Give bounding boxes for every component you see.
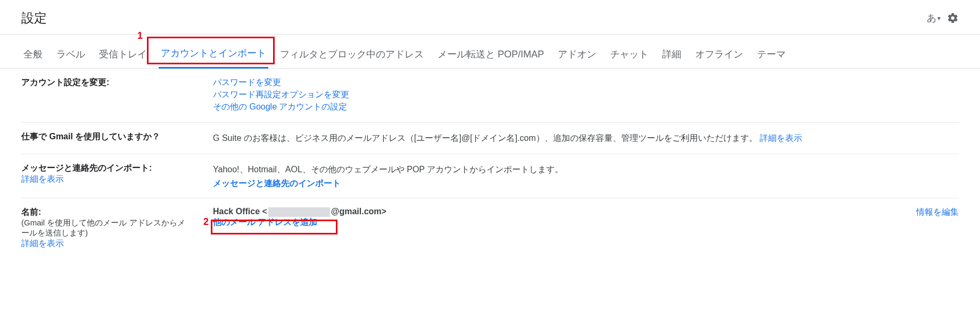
redacted-area <box>268 207 330 217</box>
gsuite-details-link[interactable]: 詳細を表示 <box>760 133 802 142</box>
other-google-settings-link[interactable]: その他の Google アカウントの設定 <box>213 102 863 113</box>
tab-4[interactable]: フィルタとブロック中のアドレス <box>278 37 426 68</box>
tab-8[interactable]: 詳細 <box>660 37 683 68</box>
section-label-name: 名前: <box>21 207 192 218</box>
ime-indicator[interactable]: あ ▼ <box>925 11 944 26</box>
tab-1[interactable]: ラベル <box>54 37 87 68</box>
tab-7[interactable]: チャット <box>608 37 650 68</box>
change-recovery-options-link[interactable]: パスワード再設定オプションを変更 <box>213 89 863 100</box>
sender-prefix: Hack Office < <box>213 207 267 216</box>
ime-label: あ <box>927 12 936 24</box>
import-action-link[interactable]: メッセージと連絡先のインポート <box>213 179 341 188</box>
tab-3[interactable]: アカウントとインポート <box>159 36 268 69</box>
import-details-link[interactable]: 詳細を表示 <box>21 174 64 183</box>
chevron-down-icon: ▼ <box>936 15 942 21</box>
section-label-account-change: アカウント設定を変更: <box>21 78 109 87</box>
tab-2[interactable]: 受信トレイ <box>97 37 149 68</box>
tab-6[interactable]: アドオン <box>556 37 598 68</box>
settings-tabs: 全般ラベル受信トレイアカウントとインポートフィルタとブロック中のアドレスメール転… <box>0 35 980 69</box>
tab-5[interactable]: メール転送と POP/IMAP <box>435 37 546 68</box>
name-details-link[interactable]: 詳細を表示 <box>21 239 64 248</box>
edit-info-link[interactable]: 情報を編集 <box>916 207 959 216</box>
sender-suffix: @gmail.com> <box>331 207 386 216</box>
import-description: Yahoo!、Hotmail、AOL、その他のウェブメールや POP アカウント… <box>213 163 863 177</box>
section-sub-name: (Gmail を使用して他のメール アドレスからメールを送信します) <box>21 218 192 238</box>
page-title: 設定 <box>21 10 47 27</box>
gsuite-description: G Suite のお客様は、ビジネス用のメールアドレス（[ユーザー名]@[ドメイ… <box>213 133 757 142</box>
section-label-import: メッセージと連絡先のインポート: <box>21 163 192 174</box>
add-another-address-link[interactable]: 他のメール アドレスを追加 <box>213 217 317 226</box>
annotation-number-2: 2 <box>203 216 209 228</box>
sender-address: Hack Office <@gmail.com> <box>213 207 863 217</box>
tab-10[interactable]: テーマ <box>755 37 788 68</box>
gear-icon[interactable] <box>947 12 959 24</box>
tab-0[interactable]: 全般 <box>21 37 45 68</box>
section-label-gsuite: 仕事で Gmail を使用していますか？ <box>21 132 160 141</box>
tab-9[interactable]: オフライン <box>693 37 745 68</box>
change-password-link[interactable]: パスワードを変更 <box>213 77 863 88</box>
